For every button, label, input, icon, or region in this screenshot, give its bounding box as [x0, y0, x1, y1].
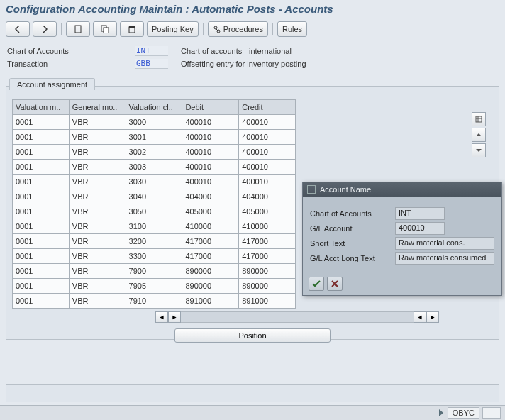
rules-button[interactable]: Rules	[277, 21, 307, 37]
col-general-mod[interactable]: General mo..	[69, 100, 126, 115]
scroll-up-icon[interactable]	[472, 128, 486, 142]
cell-cr[interactable]: 417000	[239, 234, 296, 249]
config-columns-icon[interactable]	[472, 112, 486, 126]
cell-cr[interactable]: 400010	[239, 130, 296, 145]
cell-vm[interactable]: 0001	[13, 219, 70, 234]
cell-vc[interactable]: 3050	[126, 204, 182, 219]
cell-vc[interactable]: 3001	[126, 130, 182, 145]
table-row[interactable]: 0001VBR3300417000417000	[13, 249, 296, 264]
cell-vm[interactable]: 0001	[13, 189, 70, 204]
procedures-button[interactable]: Procedures	[208, 21, 268, 37]
cell-cr[interactable]: 417000	[239, 249, 296, 264]
cell-dr[interactable]: 890000	[182, 279, 239, 294]
cell-gm[interactable]: VBR	[69, 204, 126, 219]
cell-dr[interactable]: 400010	[182, 145, 239, 160]
confirm-button[interactable]	[309, 277, 324, 291]
cell-vm[interactable]: 0001	[13, 264, 70, 279]
cell-dr[interactable]: 400010	[182, 130, 239, 145]
col-credit[interactable]: Credit	[239, 100, 296, 115]
coa-field[interactable]: INT	[135, 46, 168, 56]
cell-gm[interactable]: VBR	[69, 130, 126, 145]
cell-cr[interactable]: 410000	[239, 219, 296, 234]
table-row[interactable]: 0001VBR3030400010400010	[13, 175, 296, 189]
cell-vc[interactable]: 3002	[126, 145, 182, 160]
cell-dr[interactable]: 400010	[182, 160, 239, 175]
cell-vm[interactable]: 0001	[13, 115, 70, 130]
cell-cr[interactable]: 890000	[239, 264, 296, 279]
prev-button[interactable]	[6, 21, 30, 37]
table-row[interactable]: 0001VBR3003400010400010	[13, 160, 296, 175]
scroll-left2-icon[interactable]: ◄	[414, 311, 426, 323]
table-row[interactable]: 0001VBR3040404000404000	[13, 189, 296, 204]
cell-gm[interactable]: VBR	[69, 294, 126, 309]
cell-vc[interactable]: 7900	[126, 264, 182, 279]
next-button[interactable]	[33, 21, 57, 37]
table-row[interactable]: 0001VBR3100410000410000	[13, 219, 296, 234]
cell-dr[interactable]: 890000	[182, 264, 239, 279]
position-button[interactable]: Position	[174, 328, 331, 343]
status-arrow-icon[interactable]	[439, 409, 443, 416]
cell-vm[interactable]: 0001	[13, 279, 70, 294]
cell-gm[interactable]: VBR	[69, 145, 126, 160]
copy-icon[interactable]	[93, 21, 117, 37]
cell-vm[interactable]: 0001	[13, 175, 70, 189]
table-row[interactable]: 0001VBR7900890000890000	[13, 264, 296, 279]
cell-vc[interactable]: 3030	[126, 175, 182, 189]
cell-dr[interactable]: 405000	[182, 204, 239, 219]
cell-cr[interactable]: 890000	[239, 279, 296, 294]
table-row[interactable]: 0001VBR3001400010400010	[13, 130, 296, 145]
table-row[interactable]: 0001VBR7910891000891000	[13, 294, 296, 309]
cell-cr[interactable]: 400010	[239, 160, 296, 175]
cell-vm[interactable]: 0001	[13, 294, 70, 309]
cell-dr[interactable]: 410000	[182, 219, 239, 234]
cell-cr[interactable]: 891000	[239, 294, 296, 309]
scroll-right-icon[interactable]: ►	[168, 311, 181, 323]
cell-gm[interactable]: VBR	[69, 234, 126, 249]
cell-vm[interactable]: 0001	[13, 234, 70, 249]
scroll-track[interactable]	[181, 311, 414, 323]
cell-gm[interactable]: VBR	[69, 189, 126, 204]
cell-vc[interactable]: 3003	[126, 160, 182, 175]
cell-vc[interactable]: 3100	[126, 219, 182, 234]
transaction-field[interactable]: GBB	[135, 59, 168, 69]
table-row[interactable]: 0001VBR7905890000890000	[13, 279, 296, 294]
cell-cr[interactable]: 404000	[239, 189, 296, 204]
cell-cr[interactable]: 400010	[239, 175, 296, 189]
cell-gm[interactable]: VBR	[69, 115, 126, 130]
scroll-left-icon[interactable]: ◄	[155, 311, 168, 323]
cell-vc[interactable]: 3000	[126, 115, 182, 130]
cell-vm[interactable]: 0001	[13, 204, 70, 219]
col-debit[interactable]: Debit	[182, 100, 239, 115]
cell-gm[interactable]: VBR	[69, 264, 126, 279]
posting-key-button[interactable]: Posting Key	[147, 21, 199, 37]
cell-cr[interactable]: 400010	[239, 145, 296, 160]
cell-gm[interactable]: VBR	[69, 160, 126, 175]
scroll-down-icon[interactable]	[472, 143, 486, 158]
cell-vc[interactable]: 7905	[126, 279, 182, 294]
cell-vm[interactable]: 0001	[13, 130, 70, 145]
cell-dr[interactable]: 400010	[182, 175, 239, 189]
cancel-button[interactable]	[327, 277, 343, 291]
cell-cr[interactable]: 405000	[239, 204, 296, 219]
col-valuation-mod[interactable]: Valuation m..	[13, 100, 70, 115]
cell-gm[interactable]: VBR	[69, 249, 126, 264]
cell-dr[interactable]: 400010	[182, 115, 239, 130]
cell-vc[interactable]: 7910	[126, 294, 182, 309]
table-row[interactable]: 0001VBR3200417000417000	[13, 234, 296, 249]
cell-gm[interactable]: VBR	[69, 175, 126, 189]
cell-vm[interactable]: 0001	[13, 145, 70, 160]
delete-icon[interactable]	[120, 21, 144, 37]
table-row[interactable]: 0001VBR3050405000405000	[13, 204, 296, 219]
cell-dr[interactable]: 404000	[182, 189, 239, 204]
cell-vm[interactable]: 0001	[13, 249, 70, 264]
cell-vc[interactable]: 3200	[126, 234, 182, 249]
cell-vc[interactable]: 3300	[126, 249, 182, 264]
scroll-right2-icon[interactable]: ►	[426, 311, 439, 323]
create-icon[interactable]	[66, 21, 90, 37]
cell-dr[interactable]: 417000	[182, 234, 239, 249]
table-row[interactable]: 0001VBR3002400010400010	[13, 145, 296, 160]
cell-dr[interactable]: 417000	[182, 249, 239, 264]
cell-vm[interactable]: 0001	[13, 160, 70, 175]
cell-vc[interactable]: 3040	[126, 189, 182, 204]
col-valuation-class[interactable]: Valuation cl..	[126, 100, 182, 115]
